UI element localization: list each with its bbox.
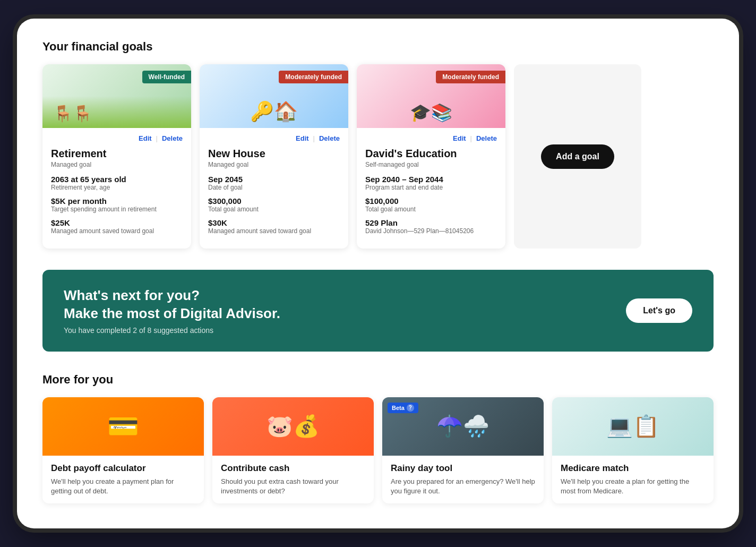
delete-new-house-link[interactable]: Delete — [319, 134, 340, 142]
more-card-title-contribute-cash: Contribute cash — [221, 463, 365, 474]
device-frame: Your financial goals Well-funded Edit | … — [17, 19, 739, 528]
goal-detail-new-house-1: $300,000 Total goal amount — [208, 196, 340, 213]
more-card-title-debt-payoff: Debt payoff calculator — [51, 463, 195, 474]
goal-image-new-house: Moderately funded — [200, 64, 348, 128]
goal-card-new-house: Moderately funded Edit | Delete New Hous… — [200, 64, 348, 249]
more-card-title-medicare-match: Medicare match — [561, 463, 705, 474]
goal-detail-label: Managed amount saved toward goal — [208, 227, 340, 235]
delete-retirement-link[interactable]: Delete — [162, 134, 183, 142]
more-card-desc-contribute-cash: Should you put extra cash toward your in… — [221, 477, 365, 496]
goal-type-retirement: Managed goal — [51, 161, 183, 168]
more-card-body-debt-payoff: Debt payoff calculator We'll help you cr… — [42, 456, 204, 503]
goal-type-davids-education: Self-managed goal — [365, 161, 497, 168]
more-card-medicare-match[interactable]: Medicare match We'll help you create a p… — [552, 397, 714, 503]
goal-detail-label: Total goal amount — [365, 206, 497, 213]
next-steps-banner: What's next for you?Make the most of Dig… — [42, 270, 714, 352]
goal-detail-label: Date of goal — [208, 184, 340, 191]
goal-badge-new-house: Moderately funded — [279, 71, 348, 83]
goal-badge-retirement: Well-funded — [142, 71, 191, 83]
more-section: More for you Debt payoff calculator We'l… — [42, 373, 714, 503]
edit-retirement-link[interactable]: Edit — [139, 134, 152, 142]
goal-name-retirement: Retirement — [51, 148, 183, 160]
goals-section: Your financial goals Well-funded Edit | … — [42, 40, 714, 249]
more-grid: Debt payoff calculator We'll help you cr… — [42, 397, 714, 503]
goal-actions-davids-education: Edit | Delete — [365, 134, 497, 142]
banner-title: What's next for you?Make the most of Dig… — [64, 287, 280, 323]
goal-type-new-house: Managed goal — [208, 161, 340, 168]
goal-actions-new-house: Edit | Delete — [208, 134, 340, 142]
goal-detail-value: 529 Plan — [365, 218, 497, 227]
goal-detail-label: Program start and end date — [365, 184, 497, 191]
more-card-body-rainy-day: Rainy day tool Are you prepared for an e… — [382, 456, 544, 503]
goal-detail-new-house-0: Sep 2045 Date of goal — [208, 175, 340, 191]
goal-detail-value: 2063 at 65 years old — [51, 175, 183, 184]
goal-detail-davids-education-0: Sep 2040 – Sep 2044 Program start and en… — [365, 175, 497, 191]
goal-detail-value: Sep 2040 – Sep 2044 — [365, 175, 497, 184]
add-goal-button[interactable]: Add a goal — [541, 144, 614, 169]
more-card-image-debt-payoff — [42, 397, 204, 456]
goal-detail-label: David Johnson—529 Plan—81045206 — [365, 227, 497, 235]
goals-section-title: Your financial goals — [42, 40, 714, 54]
goal-card-davids-education: Moderately funded Edit | Delete David's … — [357, 64, 505, 249]
add-goal-card: Add a goal — [514, 64, 641, 249]
goal-image-retirement: Well-funded — [42, 64, 191, 128]
goal-actions-retirement: Edit | Delete — [51, 134, 183, 142]
more-card-desc-debt-payoff: We'll help you create a payment plan for… — [51, 477, 195, 496]
more-card-rainy-day[interactable]: Beta ? Rainy day tool Are you prepared f… — [382, 397, 544, 503]
edit-davids-education-link[interactable]: Edit — [453, 134, 466, 142]
banner-text: What's next for you?Make the most of Dig… — [64, 287, 280, 335]
goal-detail-davids-education-2: 529 Plan David Johnson—529 Plan—81045206 — [365, 218, 497, 235]
goals-grid: Well-funded Edit | Delete Retirement Man… — [42, 64, 714, 249]
goal-card-retirement: Well-funded Edit | Delete Retirement Man… — [42, 64, 191, 249]
goal-detail-label: Target spending amount in retirement — [51, 206, 183, 213]
more-card-contribute-cash[interactable]: Contribute cash Should you put extra cas… — [212, 397, 374, 503]
more-card-debt-payoff[interactable]: Debt payoff calculator We'll help you cr… — [42, 397, 204, 503]
more-card-body-medicare-match: Medicare match We'll help you create a p… — [552, 456, 714, 503]
goal-card-body-davids-education: Edit | Delete David's Education Self-man… — [357, 128, 505, 249]
beta-badge: Beta ? — [388, 403, 418, 413]
goal-detail-value: $25K — [51, 218, 183, 227]
goal-detail-new-house-2: $30K Managed amount saved toward goal — [208, 218, 340, 235]
more-section-title: More for you — [42, 373, 714, 387]
separator: | — [313, 134, 315, 142]
goal-card-body-new-house: Edit | Delete New House Managed goal Sep… — [200, 128, 348, 249]
more-card-image-contribute-cash — [212, 397, 374, 456]
goal-detail-value: $100,000 — [365, 196, 497, 206]
banner-cta-button[interactable]: Let's go — [626, 298, 692, 323]
goal-detail-value: $5K per month — [51, 196, 183, 206]
goal-detail-retirement-2: $25K Managed amount saved toward goal — [51, 218, 183, 235]
goal-detail-value: $300,000 — [208, 196, 340, 206]
goal-detail-value: $30K — [208, 218, 340, 227]
separator: | — [470, 134, 472, 142]
help-icon: ? — [407, 404, 414, 412]
delete-davids-education-link[interactable]: Delete — [476, 134, 497, 142]
goal-name-davids-education: David's Education — [365, 148, 497, 160]
more-card-image-medicare-match — [552, 397, 714, 456]
more-card-desc-medicare-match: We'll help you create a plan for getting… — [561, 477, 705, 496]
beta-label: Beta — [392, 405, 405, 411]
more-card-title-rainy-day: Rainy day tool — [391, 463, 535, 474]
goal-badge-davids-education: Moderately funded — [436, 71, 505, 83]
separator: | — [156, 134, 158, 142]
edit-new-house-link[interactable]: Edit — [296, 134, 309, 142]
goal-detail-retirement-0: 2063 at 65 years old Retirement year, ag… — [51, 175, 183, 191]
banner-description: You have completed 2 of 8 suggested acti… — [64, 326, 280, 335]
goal-name-new-house: New House — [208, 148, 340, 160]
goal-detail-davids-education-1: $100,000 Total goal amount — [365, 196, 497, 213]
goal-card-body-retirement: Edit | Delete Retirement Managed goal 20… — [42, 128, 191, 249]
goal-detail-label: Managed amount saved toward goal — [51, 227, 183, 235]
goal-detail-retirement-1: $5K per month Target spending amount in … — [51, 196, 183, 213]
more-card-image-rainy-day: Beta ? — [382, 397, 544, 456]
more-card-body-contribute-cash: Contribute cash Should you put extra cas… — [212, 456, 374, 503]
goal-detail-label: Retirement year, age — [51, 184, 183, 191]
goal-image-davids-education: Moderately funded — [357, 64, 505, 128]
goal-detail-label: Total goal amount — [208, 206, 340, 213]
goal-detail-value: Sep 2045 — [208, 175, 340, 184]
more-card-desc-rainy-day: Are you prepared for an emergency? We'll… — [391, 477, 535, 496]
